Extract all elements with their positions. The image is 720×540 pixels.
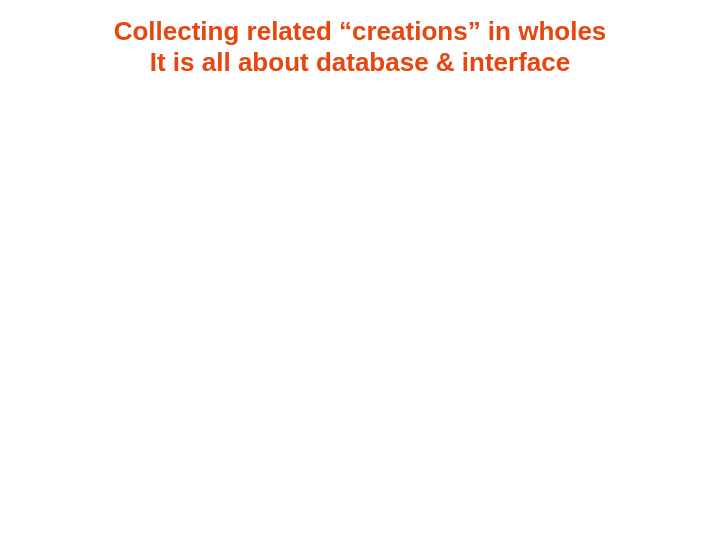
title-line-1: Collecting related “creations” in wholes [0, 16, 720, 47]
title-line-2: It is all about database & interface [0, 47, 720, 78]
slide-container: Collecting related “creations” in wholes… [0, 0, 720, 540]
